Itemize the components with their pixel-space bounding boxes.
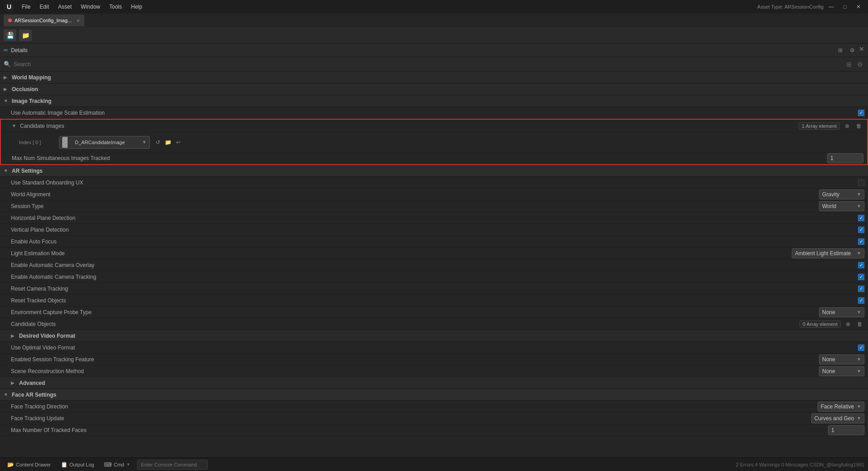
dropdown-world-alignment-arrow: ▼ — [857, 192, 861, 197]
content-drawer-tab[interactable]: 📂 Content Drawer — [4, 461, 54, 469]
checkbox-standard-onboarding[interactable] — [858, 180, 864, 186]
grid-view-icon[interactable]: ⊞ — [844, 60, 853, 69]
dropdown-light-estimation[interactable]: Ambient Light Estimate ▼ — [792, 248, 864, 258]
dropdown-scene-reconstruction-arrow: ▼ — [857, 369, 861, 374]
section-ar-settings[interactable]: ▼ AR Settings — [0, 165, 868, 177]
checkbox-auto-focus[interactable]: ✓ — [858, 238, 864, 245]
section-image-tracking[interactable]: ▼ Image Tracking — [0, 95, 868, 107]
section-desired-video-format[interactable]: ▶ Desired Video Format — [0, 330, 868, 342]
maximize-button[interactable]: □ — [839, 2, 851, 12]
section-occlusion[interactable]: ▶ Occlusion — [0, 83, 868, 95]
checkbox-reset-camera-tracking[interactable]: ✓ — [858, 286, 864, 292]
dropdown-session-type[interactable]: World ▼ — [819, 201, 864, 211]
console-input[interactable] — [137, 460, 208, 470]
menu-window[interactable]: Window — [77, 3, 104, 11]
close-button[interactable]: ✕ — [853, 2, 864, 12]
title-bar: U File Edit Asset Window Tools Help Asse… — [0, 0, 868, 14]
delete-element-button[interactable]: 🗑 — [854, 121, 863, 131]
section-title-ar-settings: AR Settings — [12, 168, 43, 174]
section-face-ar-settings[interactable]: ▼ Face AR Settings — [0, 389, 868, 401]
checkbox-horizontal-plane[interactable]: ✓ — [858, 215, 864, 221]
menu-tools[interactable]: Tools — [106, 3, 126, 11]
prop-label-auto-camera-tracking: Enable Automatic Camera Tracking — [11, 274, 858, 280]
add-element-button[interactable]: ⊕ — [843, 121, 852, 131]
checkbox-auto-camera-tracking[interactable]: ✓ — [858, 274, 864, 280]
status-text: 2 Errors 4 Warnings 0 Messages CSDN_@tan… — [736, 462, 864, 467]
checkbox-auto-image-scale[interactable]: ✓ — [858, 110, 864, 116]
prop-value-auto-camera-overlay: ✓ — [858, 262, 864, 268]
asset-dropdown-arrow[interactable]: ▼ — [142, 140, 147, 145]
menu-asset[interactable]: Asset — [54, 3, 75, 11]
candidate-images-label: Candidate Images — [20, 123, 796, 129]
prop-label-auto-camera-overlay: Enable Automatic Camera Overlay — [11, 262, 858, 268]
prop-standard-onboarding: Use Standard Onboarding UX — [0, 177, 868, 189]
dropdown-session-tracking-feature[interactable]: None ▼ — [819, 354, 864, 364]
checkbox-vertical-plane[interactable]: ✓ — [858, 227, 864, 233]
prop-label-scene-reconstruction: Scene Reconstruction Method — [11, 368, 819, 374]
tab-modified-dot — [8, 19, 12, 22]
dropdown-face-tracking-direction[interactable]: Face Relative ▼ — [818, 402, 864, 412]
asset-picker-0[interactable]: D_ARCandidateImage ▼ — [59, 136, 150, 149]
max-images-input[interactable] — [827, 153, 863, 163]
prop-label-horizontal-plane: Horizontal Plane Detection — [11, 215, 858, 221]
prop-horizontal-plane: Horizontal Plane Detection ✓ — [0, 212, 868, 224]
bottom-bar-right: 2 Errors 4 Warnings 0 Messages CSDN_@tan… — [736, 462, 864, 467]
browse-button[interactable]: 📁 — [19, 29, 32, 41]
prop-label-session-type: Session Type — [11, 203, 819, 209]
title-bar-left: U File Edit Asset Window Tools Help — [4, 1, 146, 12]
dropdown-light-estimation-arrow: ▼ — [857, 251, 861, 256]
delete-candidate-object-button[interactable]: 🗑 — [855, 320, 864, 329]
max-tracked-faces-input[interactable] — [828, 425, 864, 435]
prop-max-images-tracked: Max Num Simultaneous Images Tracked — [1, 152, 867, 164]
toolbar: 💾 📁 — [0, 27, 868, 44]
cmd-tab[interactable]: ⌨ Cmd ▼ — [100, 461, 134, 469]
section-world-mapping[interactable]: ▶ World Mapping — [0, 72, 868, 83]
menu-edit[interactable]: Edit — [36, 3, 53, 11]
revert-button-0[interactable]: ↩ — [176, 139, 181, 146]
dropdown-env-capture[interactable]: None ▼ — [819, 307, 864, 317]
grid-view-button[interactable]: ⊞ — [835, 45, 845, 55]
section-arrow-video-format: ▶ — [11, 333, 16, 338]
prop-label-optimal-video: Use Optimal Video Format — [11, 345, 858, 351]
browse-asset-button[interactable]: 📁 — [163, 138, 172, 147]
prop-value-vertical-plane: ✓ — [858, 227, 864, 233]
asset-type-label: Asset Type: ARSessionConfig — [757, 4, 824, 10]
prop-value-auto-image-scale: ✓ — [858, 110, 864, 116]
save-button[interactable]: 💾 — [4, 29, 16, 41]
content-drawer-icon: 📂 — [7, 461, 14, 468]
menu-help[interactable]: Help — [128, 3, 146, 11]
panel-close-button[interactable]: ✕ — [859, 45, 864, 55]
minimize-button[interactable]: — — [825, 2, 837, 12]
section-arrow-face-ar: ▼ — [4, 392, 9, 397]
tab-bar: ARSessionConfig_Imag... ✕ — [0, 14, 868, 27]
dropdown-face-tracking-update-arrow: ▼ — [857, 416, 861, 421]
search-actions: ⊞ ⚙ — [844, 60, 864, 69]
dropdown-world-alignment[interactable]: Gravity ▼ — [819, 189, 864, 199]
checkbox-reset-tracked-objects[interactable]: ✓ — [858, 297, 864, 304]
refresh-asset-button[interactable]: ↺ — [153, 138, 162, 147]
prop-value-session-type: World ▼ — [819, 201, 864, 211]
prop-value-standard-onboarding — [858, 180, 864, 186]
filter-settings-icon[interactable]: ⚙ — [855, 60, 864, 69]
tab-close-icon[interactable]: ✕ — [76, 18, 80, 23]
prop-label-auto-image-scale: Use Automatic Image Scale Estimation — [11, 110, 858, 116]
dropdown-scene-reconstruction[interactable]: None ▼ — [819, 366, 864, 376]
search-input[interactable] — [14, 61, 842, 68]
add-candidate-object-button[interactable]: ⊕ — [843, 320, 853, 329]
dropdown-face-tracking-update[interactable]: Curves and Geo ▼ — [811, 413, 864, 423]
menu-file[interactable]: File — [18, 3, 34, 11]
output-log-tab[interactable]: 📋 Output Log — [57, 461, 98, 469]
prop-label-standard-onboarding: Use Standard Onboarding UX — [11, 180, 858, 186]
tab-arsession[interactable]: ARSessionConfig_Imag... ✕ — [4, 15, 84, 26]
dropdown-light-estimation-value: Ambient Light Estimate — [795, 250, 851, 257]
prop-use-auto-image-scale: Use Automatic Image Scale Estimation ✓ — [0, 107, 868, 119]
prop-label-light-estimation: Light Estimation Mode — [11, 250, 792, 257]
asset-name-0: D_ARCandidateImage — [75, 140, 140, 145]
tab-label: ARSessionConfig_Imag... — [15, 18, 72, 23]
prop-light-estimation: Light Estimation Mode Ambient Light Esti… — [0, 248, 868, 259]
settings-button[interactable]: ⚙ — [847, 45, 857, 55]
checkbox-auto-camera-overlay[interactable]: ✓ — [858, 262, 864, 268]
panel-actions: ⊞ ⚙ ✕ — [835, 45, 864, 55]
section-advanced[interactable]: ▶ Advanced — [0, 377, 868, 389]
checkbox-optimal-video[interactable]: ✓ — [858, 345, 864, 351]
